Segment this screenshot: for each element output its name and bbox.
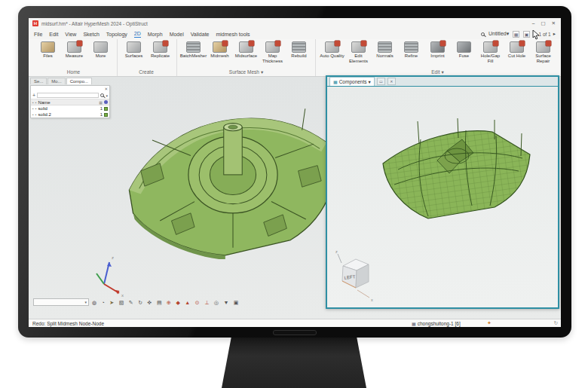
more-button[interactable]: More <box>88 41 113 59</box>
menu-sketch[interactable]: Sketch <box>83 31 99 38</box>
component-color-swatch[interactable] <box>104 113 108 117</box>
components-window-header[interactable]: ▦ Components ▾ ▭ ✕ <box>327 77 558 87</box>
edit-elements-icon <box>351 41 366 53</box>
component-color-swatch[interactable] <box>104 107 108 111</box>
refine-button[interactable]: Refine <box>399 41 424 59</box>
quickbar-icon[interactable]: ▼ <box>223 300 228 305</box>
sync-icon[interactable]: ↻ <box>554 320 558 326</box>
midsurface-icon <box>239 41 253 53</box>
page-next-button[interactable]: ▸ <box>553 31 556 37</box>
window-close-button[interactable]: ✕ <box>387 78 396 85</box>
auto-quality-button[interactable]: Auto Quality <box>320 41 345 59</box>
menu-model[interactable]: Model <box>170 31 184 38</box>
status-document[interactable]: ▦ chongshuitong-1 [6] <box>412 321 461 326</box>
quickbar-icon[interactable]: ▣ <box>234 300 239 306</box>
ribbon-group-label-surface-mesh[interactable]: Surface Mesh▾ <box>181 68 311 76</box>
layout-panel-icon[interactable]: ▦ <box>513 31 519 38</box>
minimize-button[interactable]: – <box>532 20 535 26</box>
view-cube[interactable]: z LEFT x <box>335 248 377 304</box>
edit-elements-button[interactable]: Edit Elements <box>346 41 371 63</box>
axis-triad: z x <box>89 250 127 298</box>
menu-2d[interactable]: 2D <box>134 30 141 38</box>
column-id-icon[interactable]: ▦ <box>99 100 103 105</box>
cut-hole-button[interactable]: Cut Hole <box>504 41 529 59</box>
replicate-button[interactable]: Replicate <box>148 41 173 59</box>
panel-close-icon[interactable]: ✕ <box>104 87 108 91</box>
quickbar-icon[interactable]: ▤ <box>157 300 162 306</box>
quickbar-icon[interactable]: ➤ <box>109 300 114 306</box>
quickbar-icon[interactable]: ◎ <box>214 300 219 306</box>
measure-button[interactable]: Measure <box>62 41 87 59</box>
components-viewport[interactable]: z LEFT x <box>327 87 558 307</box>
rebuild-button[interactable]: Rebuild <box>286 41 311 59</box>
menu-validate[interactable]: Validate <box>191 31 210 38</box>
menu-morph[interactable]: Morph <box>148 31 163 38</box>
table-row[interactable]: ▪ ▪ solid.2 1 <box>31 112 109 118</box>
table-header-row: ▪ ▪ Name ▦ <box>31 99 109 105</box>
monitor-bezel: H midsurf.hm* - Altair HyperMesh 2024 - … <box>18 6 571 338</box>
command-caret-icon[interactable]: ▾ <box>84 300 87 304</box>
page-panel-icon[interactable]: ▣ <box>523 31 530 38</box>
imprint-button[interactable]: Imprint <box>425 41 450 59</box>
quickbar-icon[interactable]: ✜ <box>148 300 152 306</box>
quickbar-icon[interactable]: ⊥ <box>204 300 209 306</box>
solid-model-canvas[interactable] <box>118 98 348 259</box>
browser-filter-icon[interactable]: ▾ <box>106 93 108 98</box>
page-indicator: 1 of 1 <box>538 32 550 37</box>
batchmesher-button[interactable]: BatchMesher <box>181 41 206 59</box>
alert-icon[interactable]: ✦ <box>487 320 492 326</box>
session-selector[interactable]: Untitled▾ <box>488 31 509 37</box>
menu-edit[interactable]: Edit <box>49 31 58 38</box>
quickbar-icon[interactable]: ↻ <box>138 300 142 306</box>
surface-repair-button[interactable]: Surface Repair <box>531 41 556 63</box>
display-toggle-icon[interactable]: ▪ <box>32 112 34 117</box>
menu-midmesh-tools[interactable]: midmesh tools <box>216 31 250 38</box>
fuse-icon <box>457 41 471 53</box>
display-toggle-icon[interactable]: ▪ <box>32 106 34 111</box>
quickbar-icon[interactable]: ✎ <box>129 300 133 306</box>
add-component-button[interactable]: + <box>32 93 35 98</box>
stage: H midsurf.hm* - Altair HyperMesh 2024 - … <box>0 0 588 388</box>
map-thickness-button[interactable]: Map Thickness <box>260 41 285 63</box>
quickbar-icon[interactable]: ◍ <box>92 300 96 306</box>
app-window: H midsurf.hm* - Altair HyperMesh 2024 - … <box>29 18 561 327</box>
rebuild-icon <box>292 41 306 53</box>
table-row[interactable]: ▪ ▪ solid 1 <box>31 105 109 112</box>
ribbon-group-label-home: Home <box>35 68 113 76</box>
quickbar-icon[interactable]: ⊕ <box>167 300 171 306</box>
normals-button[interactable]: Normals <box>372 41 397 59</box>
midmesh-button[interactable]: Midmesh <box>207 41 232 59</box>
tab-session[interactable]: Se... <box>30 78 47 84</box>
surfaces-button[interactable]: Surfaces <box>121 41 146 59</box>
search-icon[interactable] <box>481 32 485 36</box>
quickbar-icon[interactable]: ◆ <box>176 300 179 306</box>
menu-file[interactable]: File <box>34 31 42 38</box>
browser-search-input[interactable] <box>37 93 99 98</box>
quickbar-icon[interactable]: ◔ <box>102 300 105 305</box>
window-restore-button[interactable]: ▭ <box>377 78 385 85</box>
browser-search-icon[interactable] <box>100 93 104 97</box>
tab-model[interactable]: Mo... <box>47 78 65 84</box>
close-button[interactable]: ✕ <box>552 20 556 26</box>
tab-components[interactable]: Compo... <box>66 78 92 84</box>
quickbar-icon[interactable]: ▧ <box>119 300 124 306</box>
column-color-icon <box>104 100 108 104</box>
menu-view[interactable]: View <box>65 31 76 38</box>
fuse-button[interactable]: Fuse <box>452 41 476 59</box>
component-name[interactable]: solid <box>38 106 99 111</box>
mesh-model-canvas[interactable] <box>375 117 541 230</box>
command-input[interactable]: ▾ <box>33 298 89 306</box>
files-button[interactable]: Files <box>35 41 60 59</box>
menu-topology[interactable]: Topology <box>106 31 127 38</box>
menubar: File Edit View Sketch Topology 2D Morph … <box>29 29 561 39</box>
ribbon-group-home: Files Measure More Home <box>32 39 118 76</box>
component-name[interactable]: solid.2 <box>38 112 99 117</box>
midsurface-button[interactable]: Midsurface <box>234 41 259 59</box>
components-window-tab[interactable]: ▦ Components ▾ <box>329 77 375 86</box>
maximize-button[interactable]: ▢ <box>541 20 545 26</box>
column-name[interactable]: Name <box>38 100 98 105</box>
quickbar-icon[interactable]: ⊙ <box>195 300 200 306</box>
batchmesher-icon <box>186 41 201 53</box>
hole-gap-fill-button[interactable]: Hole/Gap Fill <box>478 41 503 63</box>
quickbar-icon[interactable]: ▲ <box>185 300 190 305</box>
